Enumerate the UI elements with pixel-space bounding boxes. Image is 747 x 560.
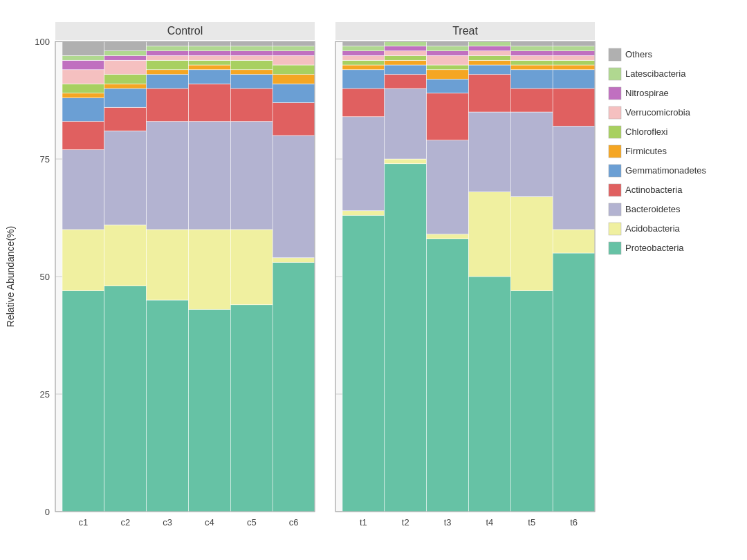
svg-rect-81 [273, 84, 315, 102]
svg-rect-56 [189, 230, 231, 310]
svg-rect-138 [510, 51, 553, 56]
svg-rect-37 [104, 88, 147, 107]
svg-rect-175 [609, 126, 621, 138]
svg-text:Actinobacteria: Actinobacteria [625, 185, 683, 195]
svg-rect-32 [62, 41, 104, 55]
svg-rect-118 [427, 46, 469, 51]
svg-rect-112 [427, 93, 469, 140]
svg-rect-103 [385, 65, 427, 75]
svg-rect-96 [342, 51, 385, 56]
svg-text:c3: c3 [163, 517, 172, 528]
svg-rect-28 [62, 84, 104, 93]
svg-rect-60 [189, 65, 231, 70]
svg-rect-131 [510, 196, 553, 290]
svg-rect-144 [553, 88, 595, 126]
svg-rect-99 [385, 164, 427, 512]
svg-rect-142 [553, 230, 595, 253]
svg-text:50: 50 [40, 272, 50, 282]
svg-text:Treat: Treat [452, 25, 478, 37]
svg-rect-90 [342, 117, 385, 211]
svg-rect-116 [427, 55, 469, 65]
svg-rect-78 [273, 258, 315, 263]
svg-rect-77 [273, 263, 315, 512]
svg-rect-84 [273, 55, 315, 65]
svg-text:Nitrospirae: Nitrospirae [625, 88, 669, 98]
svg-rect-93 [342, 65, 385, 70]
svg-rect-98 [342, 41, 385, 46]
svg-text:Latescibacteria: Latescibacteria [625, 68, 686, 79]
svg-rect-181 [609, 184, 621, 196]
svg-text:75: 75 [40, 154, 50, 165]
svg-text:Others: Others [625, 49, 653, 59]
svg-rect-73 [230, 55, 273, 60]
svg-rect-50 [147, 60, 189, 70]
svg-text:Verrucomicrobia: Verrucomicrobia [625, 107, 691, 118]
svg-rect-57 [189, 122, 231, 230]
svg-rect-132 [510, 112, 553, 196]
svg-rect-139 [510, 46, 553, 51]
svg-rect-133 [510, 88, 553, 112]
svg-rect-104 [385, 60, 427, 65]
svg-rect-122 [469, 112, 511, 192]
svg-rect-167 [609, 48, 621, 61]
svg-rect-123 [469, 75, 511, 112]
svg-text:t6: t6 [570, 517, 578, 528]
svg-rect-39 [104, 75, 147, 84]
svg-rect-119 [427, 41, 469, 46]
svg-rect-108 [385, 41, 427, 46]
svg-rect-70 [230, 75, 273, 88]
svg-text:Bacteroidetes: Bacteroidetes [625, 204, 681, 214]
svg-rect-23 [62, 230, 104, 290]
svg-rect-53 [147, 46, 189, 51]
svg-rect-87 [273, 41, 315, 46]
svg-text:Proteobacteria: Proteobacteria [625, 243, 684, 253]
svg-rect-76 [230, 41, 273, 46]
svg-rect-33 [104, 286, 147, 512]
svg-rect-110 [427, 234, 469, 239]
svg-rect-146 [553, 65, 595, 70]
svg-rect-100 [385, 159, 427, 164]
svg-rect-147 [553, 60, 595, 65]
svg-rect-72 [230, 60, 273, 70]
svg-rect-107 [385, 46, 427, 51]
svg-rect-63 [189, 51, 231, 56]
svg-text:t4: t4 [486, 517, 493, 528]
svg-text:0: 0 [45, 507, 50, 517]
svg-rect-102 [385, 75, 427, 88]
svg-rect-79 [273, 136, 315, 258]
svg-rect-35 [104, 131, 147, 225]
svg-rect-121 [469, 192, 511, 277]
svg-rect-40 [104, 60, 147, 74]
svg-rect-135 [510, 65, 553, 70]
svg-rect-61 [189, 60, 231, 65]
svg-text:100: 100 [35, 37, 50, 47]
svg-rect-173 [609, 106, 621, 119]
svg-rect-41 [104, 55, 147, 60]
svg-rect-151 [553, 41, 595, 46]
svg-rect-183 [609, 203, 621, 216]
svg-rect-30 [62, 60, 104, 70]
svg-rect-22 [62, 290, 104, 512]
svg-rect-130 [510, 290, 553, 512]
svg-rect-120 [469, 277, 511, 512]
svg-rect-117 [427, 51, 469, 56]
svg-rect-51 [147, 55, 189, 60]
svg-rect-127 [469, 51, 511, 56]
svg-text:c1: c1 [79, 517, 89, 528]
svg-rect-113 [427, 79, 469, 93]
svg-rect-124 [469, 65, 511, 75]
svg-text:t2: t2 [402, 517, 409, 528]
svg-rect-111 [427, 140, 469, 234]
svg-text:Acidobacteria: Acidobacteria [625, 223, 681, 234]
svg-rect-55 [189, 310, 231, 512]
svg-rect-44 [147, 300, 189, 512]
svg-text:c4: c4 [205, 517, 214, 528]
svg-rect-88 [342, 216, 385, 512]
svg-rect-179 [609, 165, 621, 177]
svg-text:t3: t3 [444, 517, 452, 528]
svg-rect-52 [147, 51, 189, 56]
svg-rect-42 [104, 51, 147, 56]
svg-rect-67 [230, 230, 273, 305]
svg-rect-54 [147, 41, 189, 46]
svg-rect-80 [273, 102, 315, 136]
